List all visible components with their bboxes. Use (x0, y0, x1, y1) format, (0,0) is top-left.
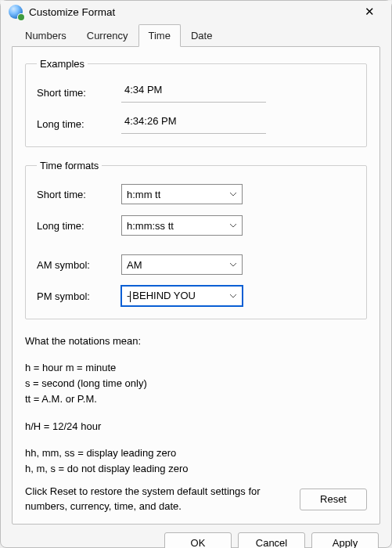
dialog-body: Numbers Currency Time Date Examples Shor… (1, 23, 391, 548)
notation-line: s = second (long time only) (25, 376, 367, 391)
titlebar: Customize Format ✕ (1, 1, 391, 23)
ok-button[interactable]: OK (164, 532, 232, 548)
notation-line: h, m, s = do not display leading zero (25, 461, 367, 477)
pm-symbol-combo[interactable]: -BEHIND YOU (121, 286, 243, 306)
notation-line: h = hour m = minute (25, 360, 367, 376)
chevron-down-icon (229, 262, 237, 267)
globe-region-icon (9, 5, 23, 19)
tab-time[interactable]: Time (138, 24, 181, 47)
reset-description: Click Reset to restore the system defaul… (25, 485, 292, 514)
chevron-down-icon (229, 223, 237, 228)
tab-panel-time: Examples Short time: 4:34 PM Long time: … (12, 46, 380, 525)
notation-line: tt = A.M. or P.M. (25, 391, 367, 407)
time-formats-group: Time formats Short time: h:mm tt Long ti… (25, 160, 367, 319)
pm-symbol-label: PM symbol: (37, 290, 121, 302)
am-symbol-combo[interactable]: AM (121, 254, 243, 275)
examples-legend: Examples (37, 58, 88, 70)
short-time-example-value: 4:34 PM (121, 82, 266, 103)
short-time-example-label: Short time: (37, 87, 121, 99)
short-time-format-combo[interactable]: h:mm tt (121, 184, 243, 204)
tab-date[interactable]: Date (181, 24, 222, 46)
dialog-footer: OK Cancel Apply (12, 525, 380, 548)
window-title: Customize Format (29, 6, 115, 18)
tabstrip: Numbers Currency Time Date (12, 24, 380, 46)
chevron-down-icon (229, 294, 237, 298)
notation-line: h/H = 12/24 hour (25, 419, 367, 434)
long-time-example-label: Long time: (37, 118, 121, 130)
notations-heading: What the notations mean: (25, 333, 367, 349)
close-button[interactable]: ✕ (354, 1, 385, 23)
reset-button[interactable]: Reset (300, 489, 367, 510)
tab-currency[interactable]: Currency (77, 24, 138, 46)
am-symbol-label: AM symbol: (37, 259, 121, 271)
cancel-button[interactable]: Cancel (238, 532, 305, 548)
short-time-format-label: Short time: (37, 189, 121, 200)
apply-button[interactable]: Apply (311, 532, 379, 548)
notations-text: What the notations mean: h = hour m = mi… (25, 332, 367, 477)
short-time-format-value: h:mm tt (127, 189, 160, 200)
customize-format-window: Customize Format ✕ Numbers Currency Time… (0, 0, 392, 548)
close-icon: ✕ (365, 5, 375, 19)
long-time-format-label: Long time: (37, 220, 121, 232)
long-time-format-combo[interactable]: h:mm:ss tt (121, 215, 243, 236)
tab-numbers[interactable]: Numbers (15, 24, 77, 46)
reset-row: Click Reset to restore the system defaul… (25, 477, 367, 514)
time-formats-legend: Time formats (37, 160, 102, 171)
long-time-format-value: h:mm:ss tt (127, 220, 174, 232)
examples-group: Examples Short time: 4:34 PM Long time: … (25, 58, 367, 147)
notation-line: hh, mm, ss = display leading zero (25, 445, 367, 461)
chevron-down-icon (229, 192, 237, 196)
long-time-example-value: 4:34:26 PM (121, 114, 266, 134)
pm-symbol-value: -BEHIND YOU (127, 290, 196, 302)
am-symbol-value: AM (127, 259, 142, 271)
